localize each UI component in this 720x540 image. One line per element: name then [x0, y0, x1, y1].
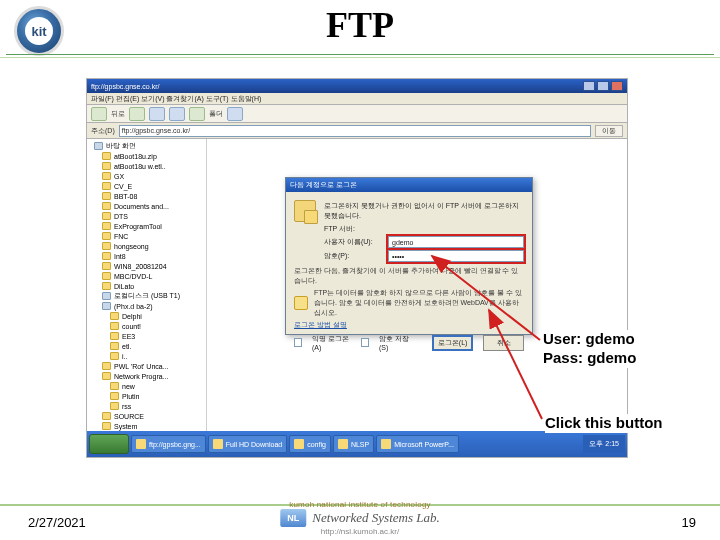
task-label: config — [307, 441, 326, 448]
taskbar-button[interactable]: Full HD Download — [208, 435, 287, 453]
folder-icon — [102, 412, 111, 420]
window-min-button[interactable] — [583, 81, 595, 91]
task-icon — [213, 439, 223, 449]
tree-item[interactable]: DiLato — [89, 281, 204, 291]
tree-item[interactable]: SOURCE — [89, 411, 204, 421]
cancel-button[interactable]: 취소 — [483, 335, 524, 351]
tree-item[interactable]: i.. — [89, 351, 204, 361]
tree-item-label: System — [114, 423, 137, 430]
lab-logo: NL — [280, 509, 306, 527]
tree-item-label: i.. — [122, 353, 127, 360]
back-button[interactable] — [91, 107, 107, 121]
save-password-checkbox[interactable] — [361, 338, 369, 347]
address-value: ftp://gpsbc.gnse.co.kr/ — [122, 127, 190, 134]
folders-button[interactable] — [189, 107, 205, 121]
folder-icon — [102, 202, 111, 210]
folder-icon — [102, 272, 111, 280]
dialog-title: 다음 계정으로 로그온 — [286, 178, 532, 192]
start-button[interactable] — [89, 434, 129, 454]
tree-item[interactable]: BBT-08 — [89, 191, 204, 201]
taskbar-button[interactable]: Microsoft PowerP... — [376, 435, 459, 453]
taskbar-button[interactable]: config — [289, 435, 331, 453]
folder-icon — [110, 332, 119, 340]
password-input[interactable]: ••••• — [388, 250, 524, 262]
footer-page-number: 19 — [682, 515, 696, 530]
folder-tree[interactable]: 바탕 화면atBoot18u.zipatBoot18u w.etl..GXCV_… — [87, 139, 207, 431]
anonymous-checkbox[interactable] — [294, 338, 302, 347]
tree-item[interactable]: count! — [89, 321, 204, 331]
taskbar-button[interactable]: NLSP — [333, 435, 374, 453]
tree-item[interactable]: DTS — [89, 211, 204, 221]
tree-item-label: DTS — [114, 213, 128, 220]
window-close-button[interactable] — [611, 81, 623, 91]
tree-item[interactable]: PWL 'Rot' Unca... — [89, 361, 204, 371]
tree-item[interactable]: 바탕 화면 — [89, 141, 204, 151]
tree-item[interactable]: CV_E — [89, 181, 204, 191]
slide-title: FTP — [326, 4, 394, 46]
folder-icon — [110, 322, 119, 330]
tree-item-label: EE3 — [122, 333, 135, 340]
up-button[interactable] — [149, 107, 165, 121]
tree-item-label: atBoot18u w.etl.. — [114, 163, 166, 170]
tree-item[interactable]: GX — [89, 171, 204, 181]
system-tray[interactable]: 오후 2:15 — [583, 435, 625, 453]
tree-item[interactable]: hongseong — [89, 241, 204, 251]
tree-item[interactable]: ExProgramTool — [89, 221, 204, 231]
tree-item[interactable]: System — [89, 421, 204, 431]
folder-icon — [102, 282, 111, 290]
tree-item[interactable]: EE3 — [89, 331, 204, 341]
tree-item[interactable]: Delphi — [89, 311, 204, 321]
tree-item-label: Plutin — [122, 393, 140, 400]
tree-item[interactable]: atBoot18u w.etl.. — [89, 161, 204, 171]
window-titlebar: ftp://gpsbc.gnse.co.kr/ — [87, 79, 627, 93]
tree-item[interactable]: new — [89, 381, 204, 391]
title-rule-2 — [0, 57, 720, 58]
folders-label: 폴더 — [209, 109, 223, 119]
tree-item[interactable]: Int8 — [89, 251, 204, 261]
dialog-intro: 로그온하지 못했거나 권한이 없어서 이 FTP 서버에 로그온하지 못했습니다… — [324, 201, 524, 221]
tree-item[interactable]: Documents and... — [89, 201, 204, 211]
window-toolbar: 뒤로 폴더 — [87, 105, 627, 123]
tree-item[interactable]: (Phx.d ba-2) — [89, 301, 204, 311]
tree-item-label: (Phx.d ba-2) — [114, 303, 153, 310]
tree-item-label: Network Progra... — [114, 373, 168, 380]
dialog-note: 로그온한 다음, 즐겨찾기에 이 서버를 추가하여 나중에 빨리 연결할 수 있… — [294, 266, 524, 286]
tree-item[interactable]: MBC/DVD-L — [89, 271, 204, 281]
taskbar-button[interactable]: ftp://gpsbc.gng... — [131, 435, 206, 453]
folder-icon — [102, 242, 111, 250]
views-button[interactable] — [227, 107, 243, 121]
window-menubar[interactable]: 파일(F) 편집(E) 보기(V) 즐겨찾기(A) 도구(T) 도움말(H) — [87, 93, 627, 105]
tree-item-label: count! — [122, 323, 141, 330]
tree-item[interactable]: Network Progra... — [89, 371, 204, 381]
tree-item[interactable]: WIN8_20081204 — [89, 261, 204, 271]
ftp-login-dialog: 다음 계정으로 로그온 로그온하지 못했거나 권한이 없어서 이 FTP 서버에… — [285, 177, 533, 335]
pass-value: gdemo — [587, 349, 636, 366]
folder-icon — [102, 252, 111, 260]
anonymous-label: 익명 로그온(A) — [312, 334, 351, 351]
tree-item[interactable]: FNC — [89, 231, 204, 241]
folder-icon — [102, 262, 111, 270]
taskbar: ftp://gpsbc.gng...Full HD Downloadconfig… — [87, 431, 627, 457]
username-label: 사용자 이름(U): — [324, 237, 384, 247]
folder-icon — [102, 212, 111, 220]
folder-icon — [102, 152, 111, 160]
username-input[interactable]: gdemo — [388, 236, 524, 248]
window-max-button[interactable] — [597, 81, 609, 91]
lab-name: Networked Systems Lab. — [312, 510, 439, 526]
tree-item[interactable]: atBoot18u.zip — [89, 151, 204, 161]
task-label: NLSP — [351, 441, 369, 448]
forward-button[interactable] — [129, 107, 145, 121]
tree-item[interactable]: rss — [89, 401, 204, 411]
search-button[interactable] — [169, 107, 185, 121]
learn-more-link[interactable]: 로그온 방법 설명 — [294, 320, 347, 330]
tree-item-label: BBT-08 — [114, 193, 137, 200]
kit-logo: kit — [14, 6, 64, 56]
address-input[interactable]: ftp://gpsbc.gnse.co.kr/ — [119, 125, 591, 137]
login-button[interactable]: 로그온(L) — [432, 335, 473, 351]
tree-item[interactable]: Plutin — [89, 391, 204, 401]
address-go-button[interactable]: 이동 — [595, 125, 623, 137]
tree-item[interactable]: 로컬디스크 (USB T1) — [89, 291, 204, 301]
folder-icon — [94, 142, 103, 150]
click-hint-callout: Click this button — [545, 414, 663, 433]
tree-item[interactable]: etl. — [89, 341, 204, 351]
